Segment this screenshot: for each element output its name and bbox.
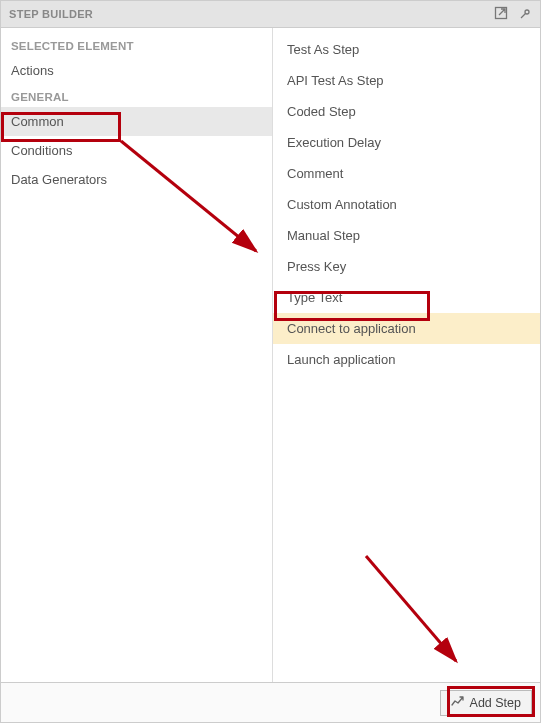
step-item-press-key[interactable]: Press Key	[273, 251, 540, 282]
step-item-api-test-as-step[interactable]: API Test As Step	[273, 65, 540, 96]
titlebar: STEP BUILDER	[1, 1, 540, 28]
add-step-label: Add Step	[470, 696, 521, 710]
main-content: SELECTED ELEMENT Actions GENERAL Common …	[1, 28, 540, 682]
footer: Add Step	[1, 682, 540, 722]
svg-point-1	[525, 10, 529, 14]
step-item-launch-application[interactable]: Launch application	[273, 344, 540, 375]
nav-item-common[interactable]: Common	[1, 107, 272, 136]
titlebar-actions	[494, 6, 532, 23]
right-pane: Test As Step API Test As Step Coded Step…	[273, 28, 540, 682]
step-item-test-as-step[interactable]: Test As Step	[273, 34, 540, 65]
section-header-general: GENERAL	[1, 85, 272, 107]
add-step-icon	[451, 695, 465, 710]
titlebar-label: STEP BUILDER	[9, 8, 93, 20]
pin-icon[interactable]	[518, 6, 532, 23]
step-item-connect-to-application[interactable]: Connect to application	[273, 313, 540, 344]
step-item-comment[interactable]: Comment	[273, 158, 540, 189]
nav-item-conditions[interactable]: Conditions	[1, 136, 272, 165]
add-step-button[interactable]: Add Step	[440, 690, 532, 716]
step-item-coded-step[interactable]: Coded Step	[273, 96, 540, 127]
step-item-type-text[interactable]: Type Text	[273, 282, 540, 313]
step-item-manual-step[interactable]: Manual Step	[273, 220, 540, 251]
section-header-selected: SELECTED ELEMENT	[1, 34, 272, 56]
nav-item-data-generators[interactable]: Data Generators	[1, 165, 272, 194]
popout-icon[interactable]	[494, 6, 508, 23]
step-item-custom-annotation[interactable]: Custom Annotation	[273, 189, 540, 220]
left-pane: SELECTED ELEMENT Actions GENERAL Common …	[1, 28, 273, 682]
nav-item-actions[interactable]: Actions	[1, 56, 272, 85]
step-item-execution-delay[interactable]: Execution Delay	[273, 127, 540, 158]
